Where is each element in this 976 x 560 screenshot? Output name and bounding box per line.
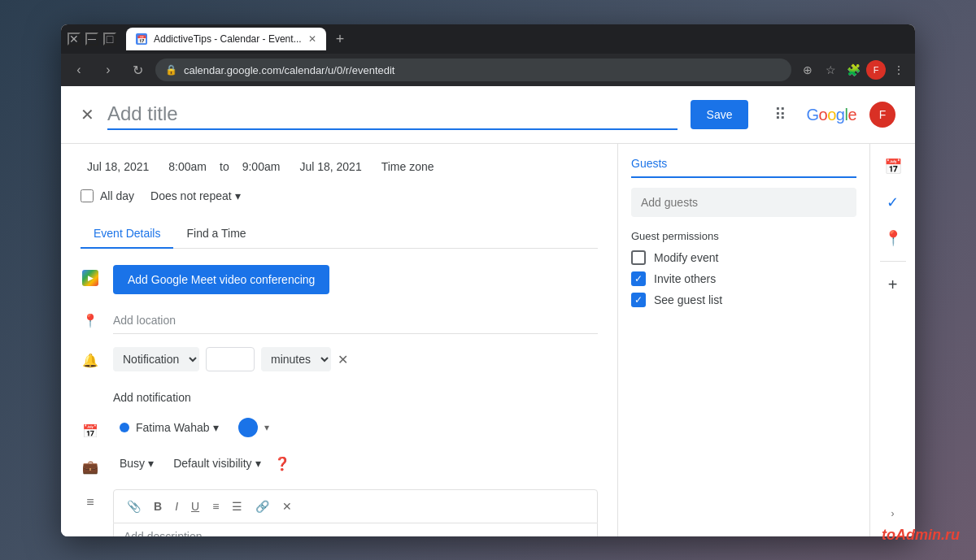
event-title-input[interactable] — [107, 99, 678, 130]
notification-row: 🔔 Notification 10 minutes ✕ — [81, 347, 598, 371]
link-btn[interactable]: 🔗 — [252, 497, 272, 516]
star-icon[interactable]: ☆ — [821, 60, 840, 80]
busy-label: Busy — [120, 457, 145, 470]
attach-btn[interactable]: 📎 — [124, 497, 144, 516]
clear-format-btn[interactable]: ✕ — [279, 497, 295, 516]
sidebar-calendar-icon[interactable]: 📅 — [877, 150, 909, 183]
invite-others-checkbox[interactable]: ✓ — [631, 271, 646, 286]
location-row: 📍 — [81, 307, 598, 334]
status-controls: Busy ▾ Default visibility ▾ ❓ — [113, 454, 290, 473]
ordered-list-btn[interactable]: ≡ — [209, 497, 222, 516]
close-event-btn[interactable]: ✕ — [81, 105, 94, 124]
start-time-btn[interactable]: 8:00am — [162, 157, 213, 176]
allday-checkbox[interactable] — [81, 189, 94, 202]
calendar-icon: 📅 — [81, 421, 100, 441]
maximize-window-btn[interactable]: □ — [103, 33, 116, 46]
browser-tab[interactable]: AddictiveTips - Calendar - Event... ✕ — [126, 28, 326, 50]
new-tab-btn[interactable]: + — [336, 31, 345, 48]
tab-favicon — [136, 33, 147, 45]
help-icon[interactable]: ❓ — [274, 456, 290, 471]
forward-btn[interactable]: › — [97, 59, 120, 81]
permission-invite-others: ✓ Invite others — [631, 271, 856, 286]
calendar-controls: Fatima Wahab ▾ ▾ — [113, 418, 269, 437]
description-area[interactable]: Add description — [113, 523, 598, 536]
bold-btn[interactable]: B — [150, 497, 165, 516]
briefcase-icon: 💼 — [81, 457, 100, 476]
permission-see-guest-list: ✓ See guest list — [631, 293, 856, 307]
calendar-color-picker[interactable] — [238, 418, 258, 437]
back-btn[interactable]: ‹ — [68, 59, 90, 81]
notification-value-input[interactable]: 10 — [206, 347, 255, 371]
calendar-color-arrow[interactable]: ▾ — [264, 422, 269, 433]
browser-window: ✕ ─ □ AddictiveTips - Calendar - Event..… — [61, 24, 915, 536]
title-bar: ✕ ─ □ AddictiveTips - Calendar - Event..… — [61, 24, 915, 54]
menu-icon[interactable]: ⋮ — [889, 60, 908, 80]
visibility-select-btn[interactable]: Default visibility ▾ — [167, 454, 267, 473]
modify-event-label: Modify event — [654, 251, 718, 264]
italic-btn[interactable]: I — [172, 497, 181, 516]
left-panel: Jul 18, 2021 8:00am to 9:00am Jul 18, 20… — [61, 144, 617, 536]
notification-unit-select[interactable]: minutes — [261, 347, 331, 371]
lock-icon: 🔒 — [165, 64, 177, 76]
minimize-window-btn[interactable]: ─ — [85, 33, 98, 46]
extension-icon[interactable]: 🧩 — [843, 60, 863, 80]
google-apps-icon[interactable]: ⠿ — [774, 105, 786, 124]
user-avatar[interactable]: F — [869, 102, 895, 128]
see-guest-list-label: See guest list — [654, 293, 722, 306]
repeat-btn[interactable]: Does not repeat ▾ — [144, 186, 247, 206]
end-time-btn[interactable]: 9:00am — [236, 157, 287, 176]
start-date-btn[interactable]: Jul 18, 2021 — [81, 157, 155, 176]
sidebar-tasks-icon[interactable]: ✓ — [877, 186, 909, 219]
bell-icon: 🔔 — [81, 350, 100, 370]
calendar-select-arrow: ▾ — [213, 421, 219, 434]
description-row: ≡ 📎 B I U ≡ ☰ 🔗 ✕ Add — [81, 489, 598, 536]
repeat-label: Does not repeat — [150, 189, 232, 202]
end-date-btn[interactable]: Jul 18, 2021 — [293, 157, 368, 176]
browser-toolbar: ⊕ ☆ 🧩 F ⋮ — [798, 60, 908, 80]
url-bar[interactable]: 🔒 calendar.google.com/calendar/u/0/r/eve… — [155, 59, 791, 81]
add-meet-btn[interactable]: Add Google Meet video conferencing — [113, 265, 329, 294]
meet-icon-container: ▶ — [81, 268, 100, 288]
calendar-color-dot — [120, 423, 129, 432]
notification-controls: Notification 10 minutes ✕ — [113, 347, 348, 371]
location-icon: 📍 — [81, 310, 100, 330]
description-container: 📎 B I U ≡ ☰ 🔗 ✕ Add description — [113, 489, 598, 536]
right-sidebar: 📅 ✓ 📍 + › — [869, 144, 915, 536]
calendar-select-btn[interactable]: Fatima Wahab ▾ — [113, 418, 225, 437]
tab-close-btn[interactable]: ✕ — [308, 33, 316, 45]
remove-notification-btn[interactable]: ✕ — [338, 352, 348, 367]
allday-container: All day — [81, 189, 134, 202]
add-notification-btn[interactable]: Add notification — [113, 391, 191, 404]
tab-event-details[interactable]: Event Details — [81, 219, 173, 248]
save-button[interactable]: Save — [691, 100, 749, 129]
permission-modify-event: Modify event — [631, 250, 856, 265]
tabs-bar: Event Details Find a Time — [81, 219, 598, 249]
busy-select-btn[interactable]: Busy ▾ — [113, 454, 160, 473]
address-bar: ‹ › ↻ 🔒 calendar.google.com/calendar/u/0… — [61, 54, 915, 86]
sidebar-maps-icon[interactable]: 📍 — [877, 222, 909, 254]
invite-others-label: Invite others — [654, 272, 716, 285]
see-guest-list-checkbox[interactable]: ✓ — [631, 293, 646, 307]
sidebar-add-icon[interactable]: + — [877, 268, 909, 301]
event-body: Jul 18, 2021 8:00am to 9:00am Jul 18, 20… — [61, 144, 915, 536]
sidebar-expand-btn[interactable]: › — [877, 497, 909, 530]
cast-icon[interactable]: ⊕ — [798, 60, 817, 80]
description-placeholder: Add description — [124, 530, 203, 536]
reload-btn[interactable]: ↻ — [126, 59, 149, 81]
profile-icon[interactable]: F — [866, 60, 886, 80]
tab-find-a-time[interactable]: Find a Time — [173, 219, 259, 248]
datetime-row: Jul 18, 2021 8:00am to 9:00am Jul 18, 20… — [81, 157, 598, 176]
guests-title: Guests — [631, 157, 856, 178]
google-logo: Google — [806, 106, 856, 124]
close-window-btn[interactable]: ✕ — [68, 33, 81, 46]
allday-label: All day — [100, 189, 134, 202]
unordered-list-btn[interactable]: ☰ — [229, 497, 246, 516]
location-input[interactable] — [113, 307, 598, 334]
guests-panel: Guests Guest permissions Modify event ✓ … — [617, 144, 869, 536]
timezone-btn[interactable]: Time zone — [375, 157, 441, 176]
notification-type-select[interactable]: Notification — [113, 347, 199, 371]
add-guests-input[interactable] — [631, 188, 856, 217]
underline-btn[interactable]: U — [188, 497, 203, 516]
modify-event-checkbox[interactable] — [631, 250, 646, 265]
sidebar-divider — [880, 261, 906, 262]
